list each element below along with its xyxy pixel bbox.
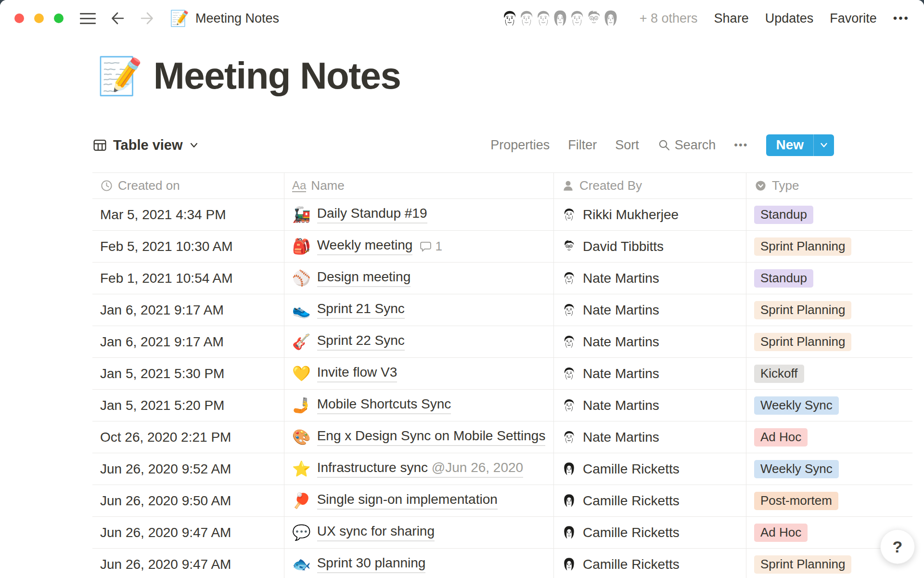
type-cell[interactable]: Kickoff: [746, 358, 912, 389]
created-on-cell[interactable]: Jun 26, 2020 9:47 AM: [92, 517, 284, 548]
type-cell[interactable]: Sprint Planning: [746, 326, 912, 357]
document-emoji-icon: 📝: [170, 11, 189, 26]
page-name: Sprint 30 planning: [317, 555, 426, 573]
created-on-cell[interactable]: Jan 5, 2021 5:30 PM: [92, 358, 284, 389]
close-window-button[interactable]: [14, 13, 24, 23]
collaborator-avatar[interactable]: [499, 8, 520, 29]
properties-button[interactable]: Properties: [490, 138, 550, 153]
titlebar: 📝 Meeting Notes + 8 others Share Updates…: [0, 0, 924, 37]
type-cell[interactable]: Weekly Sync: [746, 453, 912, 485]
page-title[interactable]: Meeting Notes: [154, 54, 401, 98]
page-link[interactable]: 🚂Daily Standup #19: [292, 206, 427, 223]
view-toolbar: Table view Properties Filter Sort Search…: [92, 134, 834, 156]
filter-button[interactable]: Filter: [568, 138, 597, 153]
type-cell[interactable]: Sprint Planning: [746, 294, 912, 326]
table-view-tab[interactable]: Table view: [92, 137, 199, 153]
created-by-cell[interactable]: Nate Martins: [554, 358, 746, 389]
favorite-button[interactable]: Favorite: [830, 11, 877, 26]
created-on-cell[interactable]: Jun 26, 2020 9:47 AM: [92, 549, 284, 578]
type-badge: Post-mortem: [754, 492, 838, 510]
type-badge: Sprint Planning: [754, 301, 851, 319]
created-on-value: Jan 5, 2021 5:20 PM: [100, 398, 224, 413]
page-link[interactable]: 🏓Single sign-on implementation: [292, 492, 498, 510]
created-by-cell[interactable]: Nate Martins: [554, 263, 746, 294]
new-dropdown-button[interactable]: [814, 134, 834, 156]
avatar: [562, 557, 577, 572]
type-badge: Ad Hoc: [754, 524, 808, 542]
created-on-value: Mar 5, 2021 4:34 PM: [100, 207, 226, 223]
breadcrumb[interactable]: 📝 Meeting Notes: [170, 11, 279, 26]
column-header-created-by[interactable]: Created By: [554, 173, 746, 198]
created-on-value: Jun 26, 2020 9:52 AM: [100, 461, 231, 477]
search-button[interactable]: Search: [657, 138, 716, 153]
type-cell[interactable]: Weekly Sync: [746, 390, 912, 421]
created-by-cell[interactable]: David Tibbitts: [554, 231, 746, 262]
created-by-cell[interactable]: Camille Ricketts: [554, 517, 746, 548]
page-link[interactable]: 💬UX sync for sharing: [292, 524, 435, 541]
created-on-cell[interactable]: Feb 5, 2021 10:30 AM: [92, 231, 284, 262]
share-button[interactable]: Share: [714, 11, 749, 26]
created-on-cell[interactable]: Jun 26, 2020 9:52 AM: [92, 453, 284, 485]
type-cell[interactable]: Standup: [746, 199, 912, 230]
back-arrow-icon[interactable]: [109, 10, 126, 26]
page-link[interactable]: 🎨Eng x Design Sync on Mobile Settings: [292, 428, 545, 446]
page-link[interactable]: 🎸Sprint 22 Sync: [292, 333, 405, 351]
view-more-options-icon[interactable]: •••: [734, 139, 748, 151]
created-on-cell[interactable]: Feb 1, 2021 10:54 AM: [92, 263, 284, 294]
created-by-cell[interactable]: Nate Martins: [554, 326, 746, 357]
page-name: Daily Standup #19: [317, 206, 427, 223]
name-cell: 🎸Sprint 22 Sync: [284, 326, 554, 357]
page-emoji-icon: 🎨: [292, 430, 311, 445]
help-button[interactable]: ?: [880, 529, 915, 564]
collaborator-avatars[interactable]: [499, 8, 621, 29]
created-on-cell[interactable]: Jan 6, 2021 9:17 AM: [92, 326, 284, 357]
created-by-name: Nate Martins: [583, 398, 659, 413]
zoom-window-button[interactable]: [54, 13, 64, 23]
created-by-cell[interactable]: Camille Ricketts: [554, 485, 746, 516]
page-link[interactable]: 🤳Mobile Shortcuts Sync: [292, 396, 451, 414]
updates-button[interactable]: Updates: [765, 11, 814, 26]
column-header-type[interactable]: Type: [746, 173, 912, 198]
type-cell[interactable]: Ad Hoc: [746, 421, 912, 453]
created-by-cell[interactable]: Nate Martins: [554, 421, 746, 453]
page-name: UX sync for sharing: [317, 524, 435, 541]
created-by-cell[interactable]: Camille Ricketts: [554, 453, 746, 485]
person-chip: Nate Martins: [562, 334, 659, 350]
page-link[interactable]: ⚾Design meeting: [292, 269, 411, 287]
created-by-cell[interactable]: Nate Martins: [554, 294, 746, 326]
name-cell: 🐟Sprint 30 planning: [284, 549, 554, 578]
type-cell[interactable]: Standup: [746, 263, 912, 294]
page-link[interactable]: 🎒Weekly meeting: [292, 237, 412, 255]
sidebar-menu-icon[interactable]: [80, 13, 96, 24]
created-on-cell[interactable]: Jan 5, 2021 5:20 PM: [92, 390, 284, 421]
sort-button[interactable]: Sort: [615, 138, 639, 153]
created-on-cell[interactable]: Jan 6, 2021 9:17 AM: [92, 294, 284, 326]
type-badge: Ad Hoc: [754, 428, 808, 447]
type-cell[interactable]: Post-mortem: [746, 485, 912, 516]
type-cell[interactable]: Sprint Planning: [746, 231, 912, 262]
comment-count[interactable]: 1: [419, 239, 442, 254]
others-count[interactable]: + 8 others: [640, 11, 698, 26]
created-by-cell[interactable]: Camille Ricketts: [554, 549, 746, 578]
created-by-name: Nate Martins: [583, 430, 659, 445]
avatar: [562, 334, 577, 349]
page-name: Sprint 22 Sync: [317, 333, 405, 351]
created-by-cell[interactable]: Rikki Mukherjee: [554, 199, 746, 230]
page-emoji-icon[interactable]: 📝: [97, 58, 143, 94]
page-link[interactable]: 🐟Sprint 30 planning: [292, 555, 425, 573]
created-on-cell[interactable]: Oct 26, 2020 2:21 PM: [92, 421, 284, 453]
page-link[interactable]: 💛Invite flow V3: [292, 365, 397, 382]
column-header-name[interactable]: AaName: [284, 173, 554, 198]
forward-arrow-icon[interactable]: [139, 10, 155, 26]
created-by-cell[interactable]: Nate Martins: [554, 390, 746, 421]
new-button[interactable]: New: [766, 134, 813, 156]
page-link[interactable]: ⭐Infrastructure sync @Jun 26, 2020: [292, 460, 523, 478]
table-header-row: Created onAaNameCreated ByType: [92, 172, 912, 199]
created-on-cell[interactable]: Mar 5, 2021 4:34 PM: [92, 199, 284, 230]
more-options-icon[interactable]: •••: [893, 12, 910, 25]
created-on-value: Jun 26, 2020 9:50 AM: [100, 493, 231, 509]
created-on-cell[interactable]: Jun 26, 2020 9:50 AM: [92, 485, 284, 516]
minimize-window-button[interactable]: [34, 13, 44, 23]
column-header-created-on[interactable]: Created on: [92, 173, 284, 198]
page-link[interactable]: 👟Sprint 21 Sync: [292, 301, 405, 319]
